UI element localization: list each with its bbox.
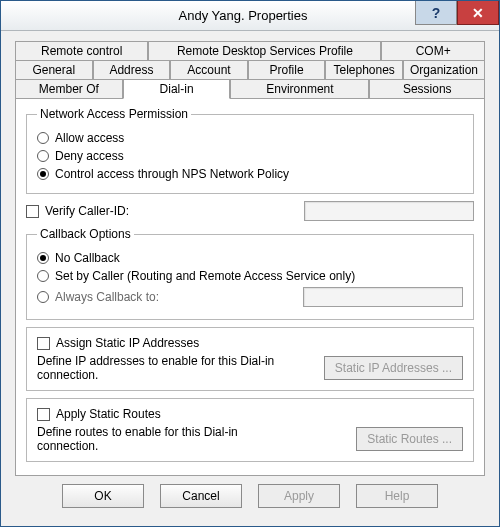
- static-routes-checkbox[interactable]: [37, 408, 50, 421]
- radio-control[interactable]: [37, 168, 49, 180]
- radio-allow-row[interactable]: Allow access: [37, 131, 463, 145]
- static-routes-check-row[interactable]: Apply Static Routes: [37, 407, 463, 421]
- static-ip-group: Assign Static IP Addresses Define IP add…: [26, 327, 474, 391]
- verify-caller-checkbox[interactable]: [26, 205, 39, 218]
- tab-row-3: Member Of Dial-in Environment Sessions: [15, 79, 485, 98]
- static-ip-checkbox[interactable]: [37, 337, 50, 350]
- radio-deny-label: Deny access: [55, 149, 124, 163]
- help-button[interactable]: Help: [356, 484, 438, 508]
- window-body: Remote control Remote Desktop Services P…: [1, 31, 499, 526]
- tab-sessions[interactable]: Sessions: [369, 79, 485, 98]
- tab-remote-control[interactable]: Remote control: [15, 41, 148, 60]
- static-routes-desc: Define routes to enable for this Dial-in…: [37, 425, 277, 453]
- network-access-legend: Network Access Permission: [37, 107, 191, 121]
- static-ip-label: Assign Static IP Addresses: [56, 336, 199, 350]
- callback-legend: Callback Options: [37, 227, 134, 241]
- verify-caller-label: Verify Caller-ID:: [45, 204, 129, 218]
- tab-strip: Remote control Remote Desktop Services P…: [15, 41, 485, 98]
- radio-set-by-caller[interactable]: [37, 270, 49, 282]
- titlebar-buttons: ? ✕: [415, 1, 499, 30]
- tab-complus[interactable]: COM+: [381, 41, 485, 60]
- tab-row-2: General Address Account Profile Telephon…: [15, 60, 485, 79]
- tab-profile[interactable]: Profile: [248, 60, 326, 79]
- window-title: Andy Yang. Properties: [1, 8, 415, 23]
- radio-deny-row[interactable]: Deny access: [37, 149, 463, 163]
- tab-row-1: Remote control Remote Desktop Services P…: [15, 41, 485, 60]
- radio-always[interactable]: [37, 291, 49, 303]
- close-icon[interactable]: ✕: [457, 1, 499, 25]
- tab-organization[interactable]: Organization: [403, 60, 485, 79]
- callback-group: Callback Options No Callback Set by Call…: [26, 227, 474, 320]
- tab-address[interactable]: Address: [93, 60, 171, 79]
- radio-always-label: Always Callback to:: [55, 290, 159, 304]
- verify-caller-row: Verify Caller-ID:: [26, 201, 474, 221]
- tab-telephones[interactable]: Telephones: [325, 60, 403, 79]
- tab-environment[interactable]: Environment: [230, 79, 369, 98]
- radio-always-row[interactable]: Always Callback to:: [37, 287, 463, 307]
- always-callback-input[interactable]: [303, 287, 463, 307]
- properties-window: Andy Yang. Properties ? ✕ Remote control…: [0, 0, 500, 527]
- titlebar: Andy Yang. Properties ? ✕: [1, 1, 499, 31]
- tab-member-of[interactable]: Member Of: [15, 79, 123, 98]
- help-icon[interactable]: ?: [415, 1, 457, 25]
- radio-deny[interactable]: [37, 150, 49, 162]
- ok-button[interactable]: OK: [62, 484, 144, 508]
- tab-general[interactable]: General: [15, 60, 93, 79]
- radio-no-callback[interactable]: [37, 252, 49, 264]
- static-routes-group: Apply Static Routes Define routes to ena…: [26, 398, 474, 462]
- dialog-footer: OK Cancel Apply Help: [15, 476, 485, 518]
- radio-no-callback-label: No Callback: [55, 251, 120, 265]
- static-routes-button[interactable]: Static Routes ...: [356, 427, 463, 451]
- radio-allow[interactable]: [37, 132, 49, 144]
- radio-set-by-caller-label: Set by Caller (Routing and Remote Access…: [55, 269, 355, 283]
- cancel-button[interactable]: Cancel: [160, 484, 242, 508]
- static-ip-button[interactable]: Static IP Addresses ...: [324, 356, 463, 380]
- static-ip-subrow: Define IP addresses to enable for this D…: [37, 354, 463, 382]
- dial-in-panel: Network Access Permission Allow access D…: [15, 98, 485, 476]
- radio-no-callback-row[interactable]: No Callback: [37, 251, 463, 265]
- static-routes-label: Apply Static Routes: [56, 407, 161, 421]
- radio-control-row[interactable]: Control access through NPS Network Polic…: [37, 167, 463, 181]
- network-access-group: Network Access Permission Allow access D…: [26, 107, 474, 194]
- static-routes-subrow: Define routes to enable for this Dial-in…: [37, 425, 463, 453]
- static-ip-desc: Define IP addresses to enable for this D…: [37, 354, 277, 382]
- static-ip-check-row[interactable]: Assign Static IP Addresses: [37, 336, 463, 350]
- tab-rds-profile[interactable]: Remote Desktop Services Profile: [148, 41, 381, 60]
- radio-allow-label: Allow access: [55, 131, 124, 145]
- tab-dial-in[interactable]: Dial-in: [123, 79, 231, 99]
- verify-caller-input[interactable]: [304, 201, 474, 221]
- apply-button[interactable]: Apply: [258, 484, 340, 508]
- radio-control-label: Control access through NPS Network Polic…: [55, 167, 289, 181]
- radio-set-by-caller-row[interactable]: Set by Caller (Routing and Remote Access…: [37, 269, 463, 283]
- tab-account[interactable]: Account: [170, 60, 248, 79]
